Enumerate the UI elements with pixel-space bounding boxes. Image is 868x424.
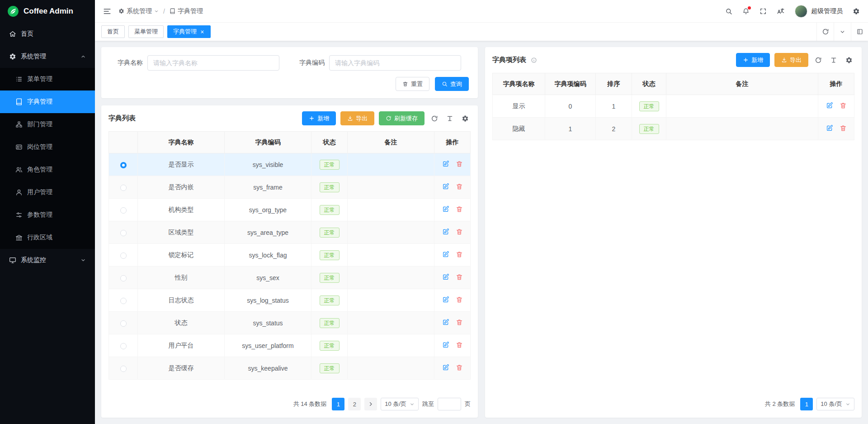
close-icon[interactable] [200, 29, 205, 34]
delete-icon[interactable] [456, 319, 463, 326]
tab-menu-mgmt[interactable]: 菜单管理 [128, 25, 164, 38]
edit-icon[interactable] [442, 251, 449, 258]
edit-icon[interactable] [826, 102, 833, 109]
edit-icon[interactable] [442, 183, 449, 190]
delete-icon[interactable] [456, 364, 463, 371]
edit-icon[interactable] [442, 205, 449, 213]
table-row[interactable]: 显示 0 1 正常 [493, 95, 854, 118]
sidebar-item-dict-mgmt[interactable]: 字典管理 [0, 91, 95, 113]
delete-icon[interactable] [456, 341, 463, 348]
delete-icon[interactable] [456, 228, 463, 235]
edit-icon[interactable] [442, 228, 449, 235]
table-row[interactable]: 用户平台 sys_user_platform 正常 [109, 334, 471, 357]
row-radio[interactable] [120, 252, 127, 259]
tab-home[interactable]: 首页 [101, 25, 125, 38]
row-radio[interactable] [120, 298, 127, 304]
sidebar-item-menu-mgmt[interactable]: 菜单管理 [0, 68, 95, 91]
tabs-refresh-icon[interactable] [816, 23, 834, 41]
reset-button[interactable]: 重置 [396, 77, 429, 91]
delete-icon[interactable] [456, 251, 463, 258]
dict-code-input[interactable] [329, 55, 461, 71]
info-icon[interactable] [531, 57, 537, 63]
delete-icon[interactable] [840, 102, 847, 109]
sidebar-item-region-mgmt[interactable]: 行政区域 [0, 226, 95, 249]
row-radio[interactable] [120, 230, 127, 236]
dict-name-input[interactable] [147, 55, 279, 71]
sidebar-item-user-mgmt[interactable]: 用户管理 [0, 181, 95, 204]
jump-page-input[interactable] [438, 398, 461, 410]
sidebar-item-role-mgmt[interactable]: 角色管理 [0, 158, 95, 181]
row-radio[interactable] [120, 207, 127, 214]
font-size-icon[interactable] [444, 113, 455, 124]
table-refresh-icon[interactable] [429, 113, 440, 124]
table-row[interactable]: 是否缓存 sys_keepalive 正常 [109, 357, 471, 380]
edit-icon[interactable] [442, 296, 449, 303]
sidebar-item-home[interactable]: 首页 [0, 23, 95, 45]
row-radio[interactable] [120, 275, 127, 281]
table-row[interactable]: 机构类型 sys_org_type 正常 [109, 199, 471, 221]
sidebar-item-post-mgmt[interactable]: 岗位管理 [0, 136, 95, 158]
add-dict-button[interactable]: 新增 [302, 111, 336, 125]
delete-icon[interactable] [456, 160, 463, 167]
page-button-1[interactable]: 1 [800, 398, 813, 410]
fullscreen-icon[interactable] [760, 8, 767, 15]
row-radio[interactable] [120, 366, 127, 372]
page-button-2[interactable]: 2 [348, 398, 361, 410]
table-row[interactable]: 是否内嵌 sys_frame 正常 [109, 176, 471, 199]
table-refresh-icon[interactable] [813, 55, 824, 66]
table-row[interactable]: 隐藏 1 2 正常 [493, 118, 854, 140]
table-row[interactable]: 是否显示 sys_visible 正常 [109, 153, 471, 176]
sidebar-item-dept-mgmt[interactable]: 部门管理 [0, 113, 95, 136]
edit-icon[interactable] [442, 319, 449, 326]
sidebar-item-param-mgmt[interactable]: 参数管理 [0, 204, 95, 226]
tab-dict-mgmt[interactable]: 字典管理 [167, 25, 211, 38]
table-row[interactable]: 区域类型 sys_area_type 正常 [109, 221, 471, 244]
notification-bell-icon[interactable] [742, 8, 750, 15]
sidebar-item-system-monitor[interactable]: 系统监控 [0, 249, 95, 272]
font-size-icon[interactable] [828, 55, 839, 66]
edit-icon[interactable] [442, 160, 449, 167]
export-dict-item-button[interactable]: 导出 [774, 53, 808, 67]
edit-icon[interactable] [826, 124, 833, 132]
row-radio[interactable] [120, 185, 127, 191]
export-dict-button[interactable]: 导出 [340, 111, 374, 125]
edit-icon[interactable] [442, 364, 449, 371]
layout-frame-icon[interactable] [851, 23, 868, 41]
user-menu[interactable]: 超级管理员 [795, 5, 843, 18]
col-item-name: 字典项名称 [493, 73, 545, 95]
page-button-1[interactable]: 1 [332, 398, 344, 410]
delete-icon[interactable] [456, 273, 463, 281]
language-switch-icon[interactable] [777, 7, 785, 15]
page-size-select[interactable]: 10 条/页 [816, 398, 854, 410]
sidebar-collapse-icon[interactable] [103, 7, 111, 15]
column-settings-icon[interactable] [844, 55, 854, 66]
table-row[interactable]: 日志状态 sys_log_status 正常 [109, 289, 471, 312]
settings-gear-icon[interactable] [853, 8, 860, 15]
cell-dict-name: 性别 [138, 267, 225, 289]
table-row[interactable]: 锁定标记 sys_lock_flag 正常 [109, 244, 471, 267]
query-button[interactable]: 查询 [435, 77, 469, 91]
search-icon[interactable] [725, 8, 732, 15]
breadcrumb-dict-mgmt[interactable]: 字典管理 [170, 7, 203, 15]
row-radio[interactable] [120, 320, 127, 327]
table-row[interactable]: 性别 sys_sex 正常 [109, 267, 471, 289]
page-size-select[interactable]: 10 条/页 [381, 398, 419, 410]
edit-icon[interactable] [442, 273, 449, 281]
refresh-cache-button[interactable]: 刷新缓存 [379, 111, 425, 125]
sidebar-item-system-mgmt[interactable]: 系统管理 [0, 45, 95, 68]
row-radio[interactable] [120, 162, 127, 168]
row-radio[interactable] [120, 343, 127, 349]
table-row[interactable]: 状态 sys_status 正常 [109, 312, 471, 334]
edit-icon[interactable] [442, 341, 449, 348]
delete-icon[interactable] [840, 124, 847, 132]
breadcrumb-system-mgmt[interactable]: 系统管理 [118, 7, 159, 15]
add-dict-item-button[interactable]: 新增 [736, 53, 770, 67]
delete-icon[interactable] [456, 296, 463, 303]
column-settings-icon[interactable] [460, 113, 471, 124]
next-page-button[interactable] [364, 398, 377, 410]
cell-dict-code: sys_frame [225, 176, 311, 199]
chevron-down-icon [410, 402, 415, 407]
tabs-dropdown-icon[interactable] [834, 23, 851, 41]
delete-icon[interactable] [456, 205, 463, 213]
delete-icon[interactable] [456, 183, 463, 190]
